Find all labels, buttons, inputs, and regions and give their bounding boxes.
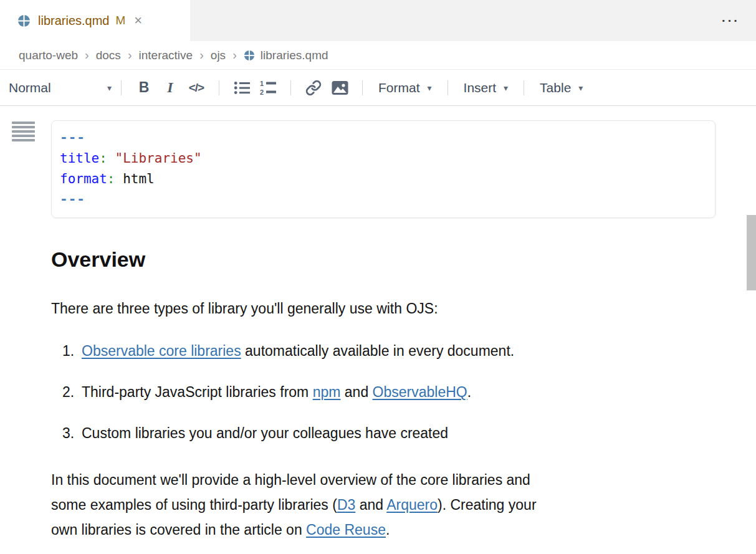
- text-run: some examples of using third-party libra…: [51, 497, 337, 513]
- link-code-reuse[interactable]: Code Reuse: [306, 522, 386, 538]
- breadcrumb-item-interactive[interactable]: interactive: [139, 49, 193, 62]
- list-item: 3.Custom libraries you and/or your colle…: [51, 424, 756, 442]
- text-run: .: [467, 384, 471, 400]
- link-icon: [305, 80, 322, 96]
- italic-icon: I: [167, 79, 173, 96]
- list-item: 2.Third-party JavaScript libraries from …: [51, 383, 756, 401]
- toolbar-divider: [362, 80, 363, 95]
- numbered-list-icon: 1 2: [260, 80, 277, 96]
- insert-menu-label: Insert: [464, 80, 497, 95]
- link-observable-core-libraries[interactable]: Observable core libraries: [82, 343, 241, 359]
- bulleted-list-icon: [234, 80, 251, 95]
- toolbar-divider: [447, 80, 448, 95]
- chevron-down-icon: ▾: [107, 83, 112, 93]
- list-item-number: 1.: [62, 341, 82, 360]
- breadcrumb-separator: ›: [85, 48, 89, 62]
- link-arquero[interactable]: Arquero: [386, 497, 438, 513]
- breadcrumb: quarto-web › docs › interactive › ojs › …: [0, 41, 756, 70]
- list-item-content: Observable core libraries automatically …: [82, 341, 514, 360]
- text-run: and: [355, 497, 386, 513]
- quarto-icon: [17, 14, 31, 27]
- code-button[interactable]: </>: [183, 75, 209, 100]
- format-menu[interactable]: Format ▾: [372, 80, 438, 95]
- text-run: In this document we'll provide a high-le…: [51, 472, 530, 488]
- format-menu-label: Format: [378, 80, 420, 95]
- italic-button[interactable]: I: [157, 75, 183, 100]
- table-menu[interactable]: Table ▾: [534, 80, 589, 95]
- paragraph-style-select[interactable]: Normal ▾: [9, 80, 112, 95]
- toolbar-divider: [524, 80, 524, 95]
- text-run: own libraries is covered in the article …: [51, 522, 306, 538]
- breadcrumb-separator: ›: [199, 48, 204, 62]
- text-run: automatically available in every documen…: [241, 343, 515, 359]
- breadcrumb-item-ojs[interactable]: ojs: [211, 49, 226, 62]
- block-drag-handle-icon[interactable]: [12, 122, 35, 143]
- bold-icon: B: [139, 79, 150, 96]
- tab-title: libraries.qmd: [38, 14, 109, 28]
- link-d3[interactable]: D3: [337, 497, 355, 513]
- text-run: and: [340, 384, 372, 400]
- insert-menu[interactable]: Insert ▾: [457, 80, 515, 95]
- yaml-delimiter-line: ---: [60, 189, 705, 210]
- tab-libraries-qmd[interactable]: libraries.qmd M ×: [0, 0, 190, 41]
- breadcrumb-separator: ›: [128, 48, 132, 62]
- chevron-down-icon: ▾: [504, 83, 508, 93]
- list-item-content: Custom libraries you and/or your colleag…: [82, 424, 448, 442]
- insert-link-button[interactable]: [300, 75, 327, 100]
- paragraph-style-value: Normal: [9, 80, 51, 95]
- yaml-delimiter-line: ---: [60, 128, 705, 148]
- list-item-number: 3.: [62, 424, 82, 442]
- link-npm[interactable]: npm: [313, 384, 341, 400]
- closing-paragraph: In this document we'll provide a high-le…: [51, 467, 687, 542]
- intro-paragraph: There are three types of library you'll …: [51, 299, 756, 318]
- list-item: 1.Observable core libraries automaticall…: [51, 341, 756, 360]
- text-run: ). Creating your: [438, 497, 537, 513]
- toolbar-divider: [219, 80, 219, 95]
- list-item-number: 2.: [62, 383, 82, 401]
- bulleted-list-button[interactable]: [229, 75, 255, 100]
- bold-button[interactable]: B: [131, 75, 157, 100]
- yaml-format-line: format: html: [60, 169, 705, 189]
- editor-surface[interactable]: --- title: "Libraries" format: html --- …: [0, 106, 756, 554]
- yaml-title-line: title: "Libraries": [60, 148, 705, 169]
- breadcrumb-item-file[interactable]: libraries.qmd: [244, 49, 328, 62]
- toolbar-divider: [121, 80, 122, 95]
- tab-bar: libraries.qmd M × ···: [0, 0, 756, 41]
- page-title: Overview: [51, 246, 756, 273]
- numbered-list-button[interactable]: 1 2: [255, 75, 281, 100]
- breadcrumb-separator: ›: [232, 48, 237, 62]
- breadcrumb-item-docs[interactable]: docs: [96, 49, 121, 62]
- link-observablehq[interactable]: ObservableHQ: [373, 384, 467, 400]
- text-run: .: [386, 522, 390, 538]
- more-actions-icon[interactable]: ···: [722, 14, 740, 28]
- text-run: Custom libraries you and/or your colleag…: [82, 425, 448, 441]
- format-toolbar: Normal ▾ B I </> 1 2: [0, 70, 756, 106]
- scrollbar-thumb[interactable]: [747, 215, 756, 290]
- yaml-front-matter-block[interactable]: --- title: "Libraries" format: html ---: [51, 120, 715, 218]
- numbered-list: 1.Observable core libraries automaticall…: [51, 341, 756, 442]
- code-icon: </>: [189, 81, 204, 95]
- quarto-icon: [244, 50, 255, 61]
- text-run: Third-party JavaScript libraries from: [82, 384, 313, 400]
- toolbar-divider: [290, 80, 291, 95]
- close-icon[interactable]: ×: [134, 14, 142, 27]
- breadcrumb-item-quarto-web[interactable]: quarto-web: [19, 49, 78, 62]
- insert-image-button[interactable]: [327, 75, 353, 100]
- table-menu-label: Table: [540, 80, 571, 95]
- chevron-down-icon: ▾: [428, 83, 432, 93]
- list-item-content: Third-party JavaScript libraries from np…: [82, 383, 471, 401]
- svg-text:1: 1: [260, 80, 264, 87]
- modified-badge: M: [115, 14, 125, 27]
- svg-text:2: 2: [260, 88, 264, 96]
- chevron-down-icon: ▾: [578, 83, 583, 93]
- breadcrumb-file-label: libraries.qmd: [261, 49, 328, 62]
- image-icon: [332, 80, 348, 95]
